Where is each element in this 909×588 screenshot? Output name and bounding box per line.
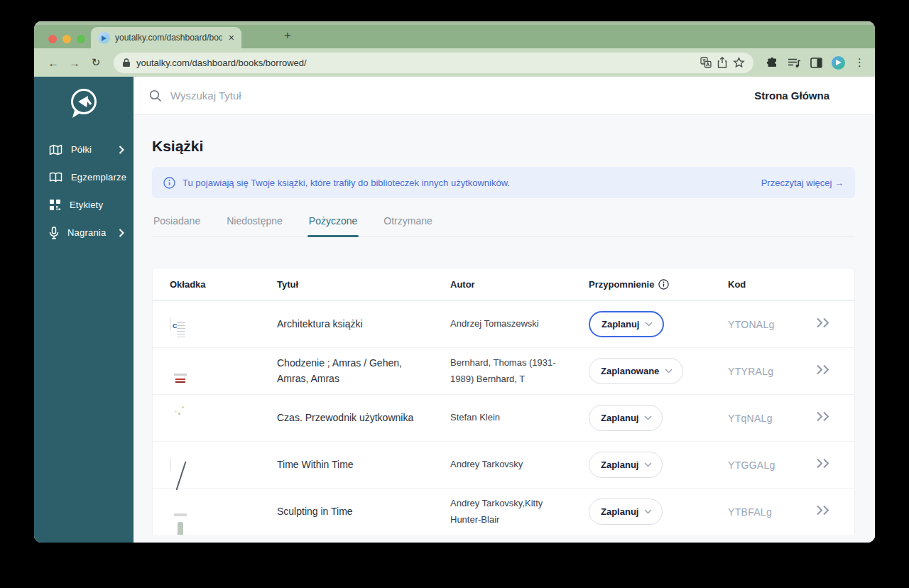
reload-button[interactable]: ↻ [87,56,105,69]
url-bar[interactable]: youtalky.com/dashboard/books/borrowed/ [114,53,753,73]
chevron-down-icon [644,509,652,514]
tab-posiadane[interactable]: Posiadane [152,209,202,236]
browser-toolbar: ← → ↻ youtalky.com/dashboard/books/borro… [34,48,875,77]
info-banner: Tu pojawiają się Twoje książki, które tr… [152,167,855,198]
translate-icon[interactable] [700,57,712,68]
site-favicon-icon [98,32,110,44]
book-title: Czas. Przewodnik użytkownika [277,410,450,426]
open-book-icon [49,172,62,183]
chevron-right-icon [119,146,124,154]
open-row-chevrons-icon[interactable] [816,317,832,328]
reminder-dropdown[interactable]: Zaplanuj [589,405,663,431]
main-area: Strona Główna Książki Tu pojawiają się T… [134,77,875,543]
zoom-window-button[interactable] [77,35,85,43]
reminder-label: Zaplanuj [601,506,638,517]
page-title: Książki [152,138,855,155]
forward-button[interactable]: → [65,57,84,69]
reminder-label: Zaplanuj [601,413,638,423]
search-icon [149,89,162,102]
info-icon [163,177,175,189]
tabs: Posiadane Niedostępne Pożyczone Otrzyman… [152,209,855,237]
open-row-chevrons-icon[interactable] [816,411,832,422]
books-table: Okładka Tytuł Autor Przypomnienie Kod Ar… [152,268,855,535]
col-header-tytul: Tytuł [277,279,450,290]
chevron-down-icon [645,322,653,327]
reminder-dropdown[interactable]: Zaplanuj [589,452,663,478]
open-row-chevrons-icon[interactable] [816,505,832,516]
new-tab-button[interactable]: + [284,29,291,41]
book-title: Time Within Time [277,457,450,473]
tab-otrzymane[interactable]: Otrzymane [382,209,433,236]
tab-pozyczone[interactable]: Pożyczone [307,209,359,236]
close-window-button[interactable] [48,35,57,43]
sidebar-item-nagrania[interactable]: Nagrania [34,219,134,246]
extensions-puzzle-icon[interactable] [766,57,778,69]
reminder-info-icon[interactable] [658,279,669,290]
shelves-icon [49,144,62,156]
playlist-icon[interactable] [788,58,801,68]
open-row-chevrons-icon[interactable] [816,364,832,375]
sidebar: Półki Egzemplarze Etykiety Nagrania [34,77,134,543]
top-header: Strona Główna [134,77,875,115]
minimize-window-button[interactable] [62,35,71,43]
search-input[interactable] [170,89,746,102]
sidebar-item-egzemplarze[interactable]: Egzemplarze [34,163,134,191]
col-header-okladka: Okładka [170,279,277,290]
reminder-label: Zaplanuj [602,319,639,330]
book-cover [170,317,171,331]
chevron-down-icon [665,369,673,374]
reminder-dropdown[interactable]: Zaplanuj [589,499,663,525]
reminder-label: Zaplanowane [601,366,659,376]
tab-strip: youtalky.com/dashboard/books × + [34,21,875,48]
page-content: Książki Tu pojawiają się Twoje książki, … [134,115,875,543]
lock-icon [122,58,131,67]
reminder-dropdown[interactable]: Zaplanowane [589,358,683,384]
reminder-dropdown[interactable]: Zaplanuj [589,311,664,337]
app-root: Półki Egzemplarze Etykiety Nagrania [34,77,875,543]
banner-read-more-link[interactable]: Przeczytaj więcej → [761,178,844,188]
youtalky-logo-icon[interactable] [67,86,100,121]
close-tab-icon[interactable]: × [227,33,236,43]
table-row: Chodzenie ; Amras / Gehen, Amras, Amras … [153,347,854,394]
book-author: Bernhard, Thomas (1931-1989) Bernhard, T [450,355,589,386]
toolbar-actions: ⋮ [762,56,865,70]
book-title: Sculpting in Time [277,504,450,520]
tab-title: youtalky.com/dashboard/books [115,33,222,43]
sidebar-item-label: Półki [71,144,110,155]
book-author: Andrzej Tomaszewski [450,316,589,332]
reminder-label: Zaplanuj [601,459,638,470]
book-code: YTONALg [728,319,816,330]
banner-text: Tu pojawiają się Twoje książki, które tr… [183,178,754,188]
chevron-down-icon [644,462,652,467]
chevron-right-icon [119,229,124,237]
col-header-przypomnienie: Przypomnienie [589,279,728,290]
book-code: YTYRALg [728,366,816,377]
sidebar-item-label: Egzemplarze [71,172,126,183]
col-header-kod: Kod [728,279,816,290]
side-panel-icon[interactable] [810,58,822,68]
table-row: Sculpting in Time Andrey Tarkovsky,Kitty… [153,488,854,535]
sidebar-item-etykiety[interactable]: Etykiety [34,191,134,219]
open-row-chevrons-icon[interactable] [816,458,832,469]
share-icon[interactable] [717,57,727,68]
book-author: Andrey Tarkovsky,Kitty Hunter-Blair [450,496,589,527]
table-row: Czas. Przewodnik użytkownika Stefan Klei… [153,394,854,441]
table-header-row: Okładka Tytuł Autor Przypomnienie Kod [153,268,854,300]
profile-avatar[interactable] [832,56,845,70]
chevron-down-icon [644,415,652,420]
book-code: YTqNALg [728,413,816,424]
home-link[interactable]: Strona Główna [754,89,829,102]
browser-tab[interactable]: youtalky.com/dashboard/books × [91,27,241,48]
back-button[interactable]: ← [44,57,62,69]
sidebar-item-label: Etykiety [70,200,124,210]
traffic-lights [48,35,85,43]
tab-niedostepne[interactable]: Niedostępne [225,209,284,236]
table-row: Time Within Time Andrey Tarkovsky Zaplan… [153,441,854,488]
bookmark-star-icon[interactable] [733,57,745,68]
book-code: YTGGALg [728,459,816,471]
book-author: Stefan Klein [450,410,589,425]
browser-menu-icon[interactable]: ⋮ [854,56,865,69]
sidebar-menu: Półki Egzemplarze Etykiety Nagrania [34,136,134,246]
book-author: Andrey Tarkovsky [450,457,589,472]
sidebar-item-polki[interactable]: Półki [34,136,134,163]
